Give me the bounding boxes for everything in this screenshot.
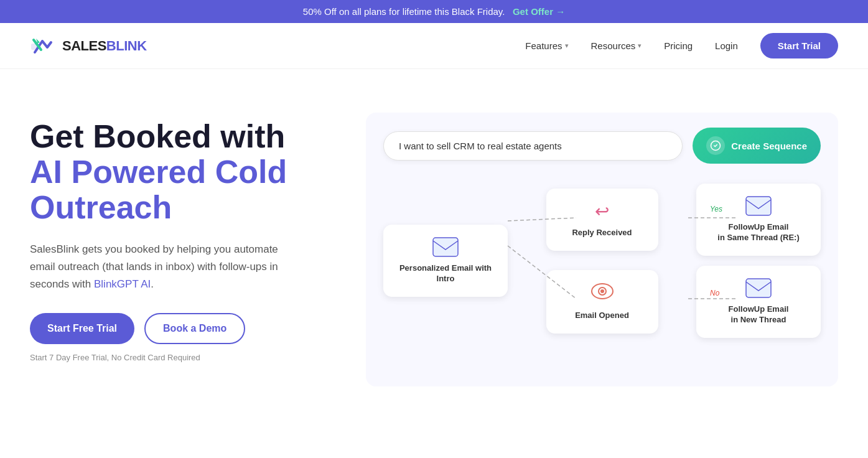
- nav-start-trial-button[interactable]: Start Trial: [760, 33, 838, 58]
- email-icon: [432, 237, 459, 257]
- book-demo-button[interactable]: Book a Demo: [144, 313, 245, 344]
- node-followup-same-thread: FollowUp Email in Same Thread (RE:): [696, 184, 821, 256]
- diagram-input[interactable]: I want to sell CRM to real estate agents: [383, 131, 683, 161]
- flow-diagram: Personalized Email with Intro ↩ Reply Re…: [383, 184, 821, 338]
- svg-rect-7: [746, 279, 771, 297]
- node-email-opened: Email Opened: [546, 270, 658, 334]
- followup-same-email-icon: [745, 196, 772, 216]
- node-followup-same-label: FollowUp Email in Same Thread (RE:): [717, 222, 799, 243]
- svg-point-6: [600, 289, 604, 293]
- node-reply-label: Reply Received: [572, 228, 632, 238]
- hero-right: I want to sell CRM to real estate agents…: [366, 106, 838, 386]
- nav-login[interactable]: Login: [715, 40, 738, 51]
- start-free-trial-button[interactable]: Start Free Trial: [30, 313, 134, 344]
- chevron-down-icon: ▾: [565, 42, 569, 50]
- diagram-wrapper: I want to sell CRM to real estate agents…: [366, 113, 838, 386]
- node-reply-received: ↩ Reply Received: [546, 189, 658, 251]
- svg-rect-3: [746, 197, 771, 215]
- node-personalized-label: Personalized Email with Intro: [393, 263, 498, 284]
- node-followup-new-thread: FollowUp Email in New Thread: [696, 266, 821, 338]
- logo: SALESBLINK: [30, 35, 147, 57]
- hero-buttons: Start Free Trial Book a Demo: [30, 313, 341, 344]
- reply-icon: ↩: [595, 201, 609, 222]
- flow-area: Personalized Email with Intro ↩ Reply Re…: [383, 184, 821, 338]
- create-sequence-icon: [706, 136, 725, 155]
- hero-left: Get Booked with AI Powered Cold Outreach…: [30, 106, 341, 362]
- hero-title: Get Booked with AI Powered Cold Outreach: [30, 119, 341, 226]
- banner-cta[interactable]: Get Offer →: [513, 6, 565, 17]
- eye-icon: [591, 283, 614, 304]
- node-personalized-email: Personalized Email with Intro: [383, 225, 508, 297]
- hero-section: Get Booked with AI Powered Cold Outreach…: [0, 69, 868, 411]
- trial-note: Start 7 Day Free Trial, No Credit Card R…: [30, 353, 341, 362]
- hero-description: SalesBlink gets you booked by helping yo…: [30, 241, 304, 293]
- navbar: SALESBLINK Features ▾ Resources ▾ Pricin…: [0, 23, 868, 69]
- top-banner: 50% Off on all plans for lifetime this B…: [0, 0, 868, 23]
- svg-rect-2: [433, 238, 458, 256]
- chevron-down-icon: ▾: [638, 42, 642, 50]
- followup-new-email-icon: [745, 278, 772, 298]
- logo-sales: SALES: [62, 38, 106, 54]
- node-email-opened-label: Email Opened: [575, 311, 629, 321]
- banner-text: 50% Off on all plans for lifetime this B…: [303, 6, 505, 17]
- logo-icon: [30, 35, 57, 57]
- nav-links: Features ▾ Resources ▾ Pricing Login Sta…: [525, 33, 838, 58]
- nav-resources[interactable]: Resources ▾: [591, 40, 642, 51]
- diagram-top: I want to sell CRM to real estate agents…: [383, 128, 821, 164]
- create-sequence-button[interactable]: Create Sequence: [693, 128, 821, 164]
- blinkgpt-link[interactable]: BlinkGPT AI: [94, 278, 151, 290]
- logo-blink: BLINK: [106, 38, 147, 54]
- logo-text: SALESBLINK: [62, 38, 147, 54]
- node-followup-new-label: FollowUp Email in New Thread: [729, 304, 789, 325]
- nav-pricing[interactable]: Pricing: [664, 40, 693, 51]
- nav-features[interactable]: Features ▾: [525, 40, 568, 51]
